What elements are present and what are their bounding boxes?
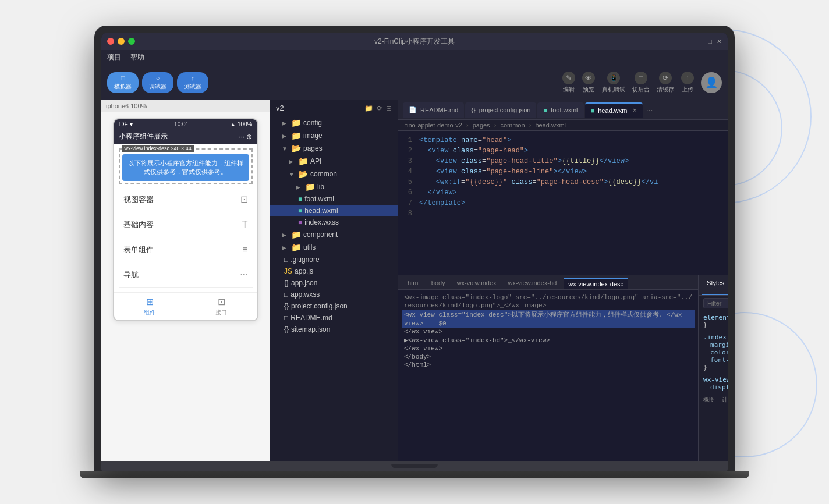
- simulator-button[interactable]: □ 模拟器: [107, 72, 139, 93]
- tree-lib[interactable]: ▶ 📁 lib: [270, 180, 398, 193]
- html-tab-wx-view-index[interactable]: wx-view.index: [452, 278, 501, 289]
- tree-app-js[interactable]: JS app.js: [270, 265, 398, 277]
- phone-tab-components[interactable]: ⊞ 组件: [114, 296, 186, 317]
- preview-tool[interactable]: 👁 预览: [582, 72, 595, 94]
- refresh-icon[interactable]: ⟳: [377, 104, 382, 112]
- folder-label-component: component: [303, 230, 338, 239]
- list-label-4: 导航: [123, 269, 139, 280]
- window-maximize[interactable]: □: [708, 38, 712, 45]
- debugger-button[interactable]: ○ 调试器: [142, 72, 173, 93]
- code-editor[interactable]: 1 <template name="head"> 2 <view class="…: [398, 131, 728, 275]
- tree-foot-wxml[interactable]: ■ foot.wxml: [270, 193, 398, 205]
- tab-project-config-icon: {}: [471, 107, 475, 113]
- tree-config[interactable]: ▶ 📁 config: [270, 116, 398, 129]
- tree-readme[interactable]: □ README.md: [270, 312, 398, 324]
- tree-app-wxss[interactable]: □ app.wxss: [270, 289, 398, 300]
- html-tab-html[interactable]: html: [403, 278, 424, 289]
- tab-project-config[interactable]: {} project.config.json: [465, 102, 536, 118]
- tab-outline[interactable]: 概图: [703, 396, 715, 404]
- html-line-4[interactable]: view> == $0: [402, 320, 695, 328]
- html-tab-body[interactable]: body: [427, 278, 450, 289]
- collapse-icon[interactable]: ⊟: [386, 104, 392, 112]
- file-icon-project-config: {}: [284, 302, 289, 310]
- user-avatar[interactable]: 👤: [701, 72, 722, 93]
- simulator-label: 模拟器: [114, 83, 132, 91]
- laptop-notch: [391, 464, 438, 468]
- file-icon-app-js: JS: [284, 267, 292, 275]
- window-close[interactable]: ✕: [717, 38, 722, 45]
- test-button[interactable]: ↑ 测试器: [177, 72, 208, 93]
- folder-icon-image: 📁: [291, 131, 301, 140]
- tab-foot-wxml[interactable]: ■ foot.wxml: [537, 102, 583, 118]
- tree-sitemap[interactable]: {} sitemap.json: [270, 324, 398, 335]
- list-item-2[interactable]: 基础内容 T: [119, 212, 253, 237]
- tab-more-button[interactable]: ···: [646, 105, 653, 115]
- clear-cache-icon: ⟳: [659, 72, 672, 84]
- file-icon-app-wxss: □: [284, 290, 288, 299]
- maximize-button[interactable]: [128, 38, 135, 45]
- tree-head-wxml[interactable]: ■ head.wxml: [270, 205, 398, 216]
- app-title: v2-FinClip小程序开发工具: [374, 37, 455, 47]
- html-tree-content[interactable]: <wx-image class="index-logo" src="../res…: [398, 290, 698, 461]
- menu-project[interactable]: 项目: [107, 52, 121, 62]
- background-tool[interactable]: □ 切后台: [632, 72, 650, 94]
- tree-api[interactable]: ▶ 📁 API: [270, 155, 398, 168]
- tab-readme[interactable]: 📄 README.md: [403, 102, 464, 118]
- html-breadcrumb-tabs: html body wx-view.index wx-view.index-hd…: [398, 275, 698, 290]
- html-line-3[interactable]: <wx-view class="index-desc">以下将展示小程序官方组件…: [402, 310, 695, 320]
- tab-foot-icon: ■: [543, 107, 547, 113]
- css-prop-font-size: font-size: 14px;: [703, 356, 728, 364]
- close-button[interactable]: [107, 38, 114, 45]
- tree-image[interactable]: ▶ 📁 image: [270, 129, 398, 142]
- html-tab-wx-view-index-desc[interactable]: wx-view.index-desc: [564, 278, 628, 289]
- styles-panel: Styles Event Listeners DOM Breakpoints P…: [698, 275, 728, 461]
- phone-tab-interface[interactable]: ⊡ 接口: [186, 296, 257, 317]
- tree-index-wxss[interactable]: ■ index.wxss: [270, 216, 398, 228]
- minimize-button[interactable]: [118, 38, 125, 45]
- tree-pages[interactable]: ▼ 📂 pages: [270, 142, 398, 155]
- window-minimize[interactable]: —: [697, 38, 703, 45]
- html-line-2: resources/kind/logo.png">_</wx-image>: [402, 301, 695, 310]
- device-debug-tool[interactable]: 📱 真机调试: [602, 72, 625, 94]
- menu-help[interactable]: 帮助: [130, 52, 144, 62]
- folder-label-lib: lib: [317, 183, 324, 191]
- html-tab-wx-view-index-hd[interactable]: wx-view.index-hd: [504, 278, 562, 289]
- style-tab-styles[interactable]: Styles: [702, 278, 728, 295]
- toolbar-device-buttons: □ 模拟器 ○ 调试器 ↑ 测试器: [107, 72, 208, 93]
- edit-tool[interactable]: ✎ 编辑: [562, 72, 575, 94]
- list-item-1[interactable]: 视图容器 ⊡: [119, 187, 253, 212]
- upload-tool[interactable]: ↑ 上传: [681, 72, 694, 94]
- tree-project-config[interactable]: {} project.config.json: [270, 300, 398, 312]
- file-icon-sitemap: {}: [284, 325, 289, 333]
- tree-utils[interactable]: ▶ 📁 utils: [270, 241, 398, 254]
- arrow-component: ▶: [282, 232, 289, 238]
- tree-common[interactable]: ▼ 📂 common: [270, 168, 398, 180]
- app-name: 小程序组件展示: [119, 132, 168, 141]
- css-selector-element: element.style {: [703, 314, 728, 321]
- tree-app-json[interactable]: {} app.json: [270, 277, 398, 289]
- html-line-5: </wx-view>: [402, 328, 695, 336]
- box-model-container: 概图 计算 margin 10: [703, 396, 728, 461]
- list-item-4[interactable]: 导航 ···: [119, 262, 253, 288]
- tab-close-head[interactable]: ✕: [632, 107, 637, 113]
- tab-head-wxml[interactable]: ■ head.wxml ✕: [585, 102, 643, 118]
- folder-icon-pages: 📂: [291, 144, 301, 153]
- list-icon-2: T: [242, 219, 248, 230]
- tab-head-icon: ■: [591, 107, 595, 114]
- file-label-index-wxss: index.wxss: [304, 218, 339, 226]
- tab-foot-label: foot.wxml: [551, 107, 578, 113]
- style-filter-input[interactable]: [703, 298, 728, 308]
- preview-header: iphone6 100%: [101, 100, 270, 112]
- clear-cache-tool[interactable]: ⟳ 清缓存: [657, 72, 674, 94]
- toolbar-tools: ✎ 编辑 👁 预览 📱 真机调试 □ 切后台: [562, 72, 722, 94]
- new-file-icon[interactable]: +: [357, 104, 361, 112]
- tree-component[interactable]: ▶ 📁 component: [270, 228, 398, 241]
- list-item-3[interactable]: 表单组件 ≡: [119, 237, 253, 262]
- folder-icon-component: 📁: [291, 230, 301, 239]
- laptop-base: [101, 461, 728, 471]
- new-folder-icon[interactable]: 📁: [364, 104, 373, 112]
- tab-computed[interactable]: 计算: [722, 396, 728, 404]
- tree-gitignore[interactable]: □ .gitignore: [270, 254, 398, 265]
- phone-status-bar: IDE ▾ 10:01 ▲ 100%: [114, 119, 257, 129]
- sidebar-icons: + 📁 ⟳ ⊟: [357, 104, 392, 112]
